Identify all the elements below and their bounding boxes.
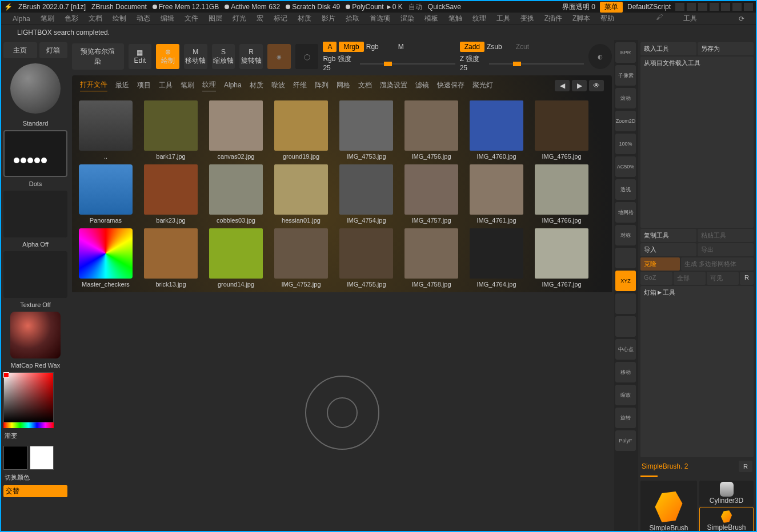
tab-render[interactable]: 渲染设置	[380, 80, 407, 91]
tab-tool[interactable]: 工具	[159, 80, 173, 91]
canvas[interactable]	[72, 292, 612, 532]
prev-button[interactable]: ◀	[555, 80, 570, 91]
home-button[interactable]: 主页	[3, 42, 37, 58]
tool-simplebrush-2[interactable]: SimpleBrush	[699, 507, 754, 532]
viewport-tool[interactable]: 子像素	[615, 65, 636, 86]
menu-item[interactable]: 动态	[137, 14, 150, 23]
auto-label[interactable]: 自动	[408, 2, 422, 12]
tab-fiber[interactable]: 纤维	[293, 80, 307, 91]
lightbox-item[interactable]: IMG_4755.jpg	[335, 228, 398, 288]
menu-item[interactable]: 绘制	[113, 14, 126, 23]
tab-grid[interactable]: 网格	[337, 80, 350, 91]
tab-filter[interactable]: 滤镜	[415, 80, 429, 91]
stroke-panel[interactable]	[3, 130, 67, 177]
quicksave-button[interactable]: QuickSave	[428, 3, 461, 11]
lightbox-item[interactable]: ..	[74, 100, 137, 160]
texture-panel[interactable]	[3, 251, 67, 298]
hue-slider[interactable]	[3, 422, 54, 428]
lightbox-item[interactable]: IMG_4766.jpg	[530, 164, 593, 224]
import-button[interactable]: 导入	[640, 243, 696, 256]
lightbox-item[interactable]: bark23.jpg	[139, 164, 202, 224]
tab-doc[interactable]: 文档	[358, 80, 372, 91]
rotate-button[interactable]: R旋转轴	[239, 44, 263, 69]
viewport-tool[interactable]	[615, 293, 636, 314]
z-slider[interactable]	[489, 63, 584, 65]
lightbox-tool-button[interactable]: 灯箱►工具	[640, 286, 754, 457]
rgb-intensity[interactable]: Rgb 强度 25	[323, 54, 358, 72]
lightbox-item[interactable]: IMG_4753.jpg	[335, 100, 398, 160]
lightbox-item[interactable]: hessian01.jpg	[270, 164, 333, 224]
switch-color-label[interactable]: 切换颜色	[3, 472, 67, 483]
lightbox-item[interactable]: bark17.jpg	[139, 100, 202, 160]
lightbox-item[interactable]: IMG_4767.jpg	[530, 228, 593, 288]
a-button[interactable]: A	[323, 42, 337, 52]
color-picker[interactable]	[3, 372, 54, 422]
lightbox-button[interactable]: 灯箱	[39, 42, 67, 58]
lightbox-item[interactable]: ground14.jpg	[205, 228, 267, 288]
menu-item[interactable]: 色彩	[65, 14, 78, 23]
lightbox-item[interactable]: IMG_4757.jpg	[400, 164, 463, 224]
lightbox-item[interactable]: cobbles03.jpg	[205, 164, 267, 224]
saveas-button[interactable]: 另存为	[698, 42, 754, 55]
rgb-button[interactable]: Rgb	[366, 43, 379, 51]
menu-item[interactable]: 灯光	[233, 14, 246, 23]
tab-quicksave[interactable]: 快速保存	[437, 80, 464, 91]
viewport-tool[interactable]: 滚动	[615, 88, 636, 108]
visible-button[interactable]: 可见	[707, 272, 739, 285]
viewport-tool[interactable]: 透视	[615, 179, 636, 200]
viewport-tool[interactable]: 中心点	[615, 339, 636, 360]
export-button[interactable]: 导出	[698, 243, 754, 256]
viewport-tool[interactable]: AC50%	[615, 156, 636, 177]
menu-item[interactable]: 渲染	[400, 14, 414, 23]
alt-button[interactable]: 交替	[3, 485, 67, 497]
maximize-icon[interactable]	[732, 3, 742, 11]
lightbox-item[interactable]: IMG_4765.jpg	[530, 100, 593, 160]
menu-item[interactable]: 纹理	[472, 14, 486, 23]
rgb-slider[interactable]	[360, 63, 455, 65]
menu-item[interactable]: 工具	[496, 14, 510, 23]
m-button[interactable]: M	[398, 43, 404, 51]
lightbox-item[interactable]: brick13.jpg	[139, 228, 202, 288]
tab-recent[interactable]: 最近	[115, 80, 129, 91]
menu-item[interactable]: 首选项	[370, 14, 390, 23]
circle-button[interactable]: ◯	[295, 44, 319, 69]
next-button[interactable]: ▶	[572, 80, 587, 91]
lightbox-item[interactable]: IMG_4761.jpg	[465, 164, 528, 224]
z-intensity[interactable]: Z 强度 25	[460, 54, 487, 72]
lightbox-item[interactable]: canvas02.jpg	[205, 100, 267, 160]
menu-item[interactable]: 文件	[185, 14, 198, 23]
viewport-tool[interactable]: 对称	[615, 225, 636, 245]
lightbox-item[interactable]: Master_checkers	[74, 228, 137, 288]
lightbox-item[interactable]: IMG_4756.jpg	[400, 100, 463, 160]
menu-item[interactable]: 图层	[209, 14, 222, 23]
paste-tool-button[interactable]: 粘贴工具	[698, 229, 754, 242]
lightbox-item[interactable]: ground19.jpg	[270, 100, 333, 160]
menu-button[interactable]: 菜单	[600, 2, 623, 13]
win-icon[interactable]	[710, 3, 719, 11]
load-from-project-button[interactable]: 从项目文件载入工具	[640, 57, 754, 228]
scale-button[interactable]: S缩放轴	[212, 44, 235, 69]
menu-item[interactable]: 变换	[520, 14, 534, 23]
menu-item[interactable]: 笔触	[448, 14, 462, 23]
clone-button[interactable]: 克隆	[640, 257, 680, 271]
lightbox-item[interactable]: Panoramas	[74, 164, 137, 224]
menu-item[interactable]: 文档	[89, 14, 102, 23]
zsub-button[interactable]: Zsub	[487, 43, 502, 51]
tab-noise[interactable]: 噪波	[271, 80, 285, 91]
menu-item[interactable]: Z脚本	[572, 14, 590, 23]
viewport-tool[interactable]	[615, 248, 636, 268]
mrgb-button[interactable]: Mrgb	[339, 42, 363, 52]
tab-project[interactable]: 项目	[137, 80, 151, 91]
menu-item[interactable]: 影片	[322, 14, 335, 23]
viewport-tool[interactable]: 100%	[615, 134, 636, 154]
tab-texture[interactable]: 纹理	[202, 80, 216, 91]
tool-simplebrush[interactable]: SimpleBrush	[640, 481, 697, 532]
menu-item[interactable]: 标记	[274, 14, 287, 23]
color-swatch-2[interactable]	[30, 446, 54, 470]
copy-tool-button[interactable]: 复制工具	[640, 229, 696, 242]
tab-open[interactable]: 打开文件	[80, 80, 107, 91]
menu-item[interactable]: 宏	[257, 14, 263, 23]
transparency-label[interactable]: 界面透明 0	[562, 2, 595, 12]
viewport-tool[interactable]: XYZ	[615, 271, 636, 291]
goz-button[interactable]: GoZ	[640, 272, 672, 285]
